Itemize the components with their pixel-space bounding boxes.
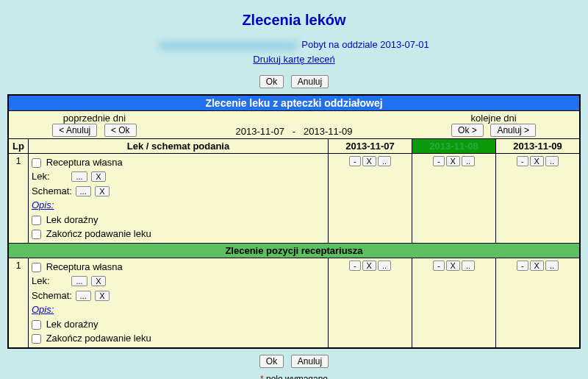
lp-cell: 1 [8,258,29,348]
own-recipe-checkbox[interactable] [32,158,41,168]
day-minus-button[interactable]: - [349,156,361,166]
page-title: Zlecenia leków [7,12,581,29]
required-asterisk: * [260,374,264,379]
day-dots-button[interactable]: .. [462,261,475,271]
table-row: 1 Receptura własna Lek: ... X Schemat: .… [8,258,580,348]
lek-pick-button[interactable]: ... [71,171,87,182]
stay-label: Pobyt na oddziale 2013-07-01 [301,39,429,50]
day-minus-button[interactable]: - [517,261,528,271]
col-lp: Lp [8,138,29,153]
day-x-button[interactable]: X [530,261,544,271]
day2-cell: -X.. [412,258,496,348]
col-day1: 2013-11-07 [329,138,412,153]
day-minus-button[interactable]: - [349,261,361,271]
prev-ok-button[interactable]: < Ok [104,124,137,137]
day-dots-button[interactable]: .. [378,156,391,166]
orders-table: Zlecenie leku z apteczki oddziałowej pop… [7,94,581,349]
day-x-button[interactable]: X [530,156,544,166]
own-recipe-checkbox[interactable] [32,263,41,272]
schemat-pick-button[interactable]: ... [76,291,91,301]
finish-checkbox[interactable] [32,230,41,239]
lek-pick-button[interactable]: ... [71,276,87,286]
day1-cell: -X.. [329,153,412,243]
section-pharmacy-header: Zlecenie leku z apteczki oddziałowej [8,95,580,111]
schemat-clear-button[interactable]: X [95,291,109,301]
required-note: * pole wymagane [7,374,581,379]
own-recipe-label: Receptura własna [46,157,123,168]
schemat-clear-button[interactable]: X [95,186,109,196]
prev-cancel-button[interactable]: < Anuluj [52,124,97,137]
patient-name-blurred [159,40,298,51]
cancel-button-bottom[interactable]: Anuluj [291,355,329,368]
day-minus-button[interactable]: - [433,156,445,166]
schemat-label: Schemat: [32,185,72,196]
day3-cell: -X.. [496,153,581,243]
col-day2-active: 2013-11-08 [412,138,496,153]
opis-link[interactable]: Opis: [32,199,54,210]
lek-label: Lek: [32,275,50,286]
next-ok-button[interactable]: Ok > [451,124,484,137]
schemat-label: Schemat: [32,290,72,301]
day-x-button[interactable]: X [446,156,460,166]
day-minus-button[interactable]: - [517,156,528,166]
day1-cell: -X.. [329,258,412,348]
emergency-checkbox[interactable] [32,320,41,330]
emergency-label: Lek doraźny [46,319,98,330]
day2-cell: -X.. [412,153,496,243]
finish-checkbox[interactable] [32,334,41,344]
day3-cell: -X.. [496,258,581,348]
lek-label: Lek: [32,171,50,182]
day-x-button[interactable]: X [362,156,376,166]
finish-label: Zakończ podawanie leku [46,333,151,344]
col-med: Lek / schemat podania [29,138,329,153]
own-recipe-label: Receptura własna [46,261,123,272]
prev-days-label: poprzednie dni [9,113,180,124]
day-dots-button[interactable]: .. [462,156,475,166]
next-days-label: kolejne dni [408,113,579,124]
emergency-label: Lek doraźny [46,214,98,225]
finish-label: Zakończ podawanie leku [46,228,151,239]
med-cell: Receptura własna Lek: ... X Schemat: ...… [29,153,329,243]
day-dots-button[interactable]: .. [378,261,391,271]
print-card-link[interactable]: Drukuj kartę zleceń [253,54,334,65]
next-cancel-button[interactable]: Anuluj > [490,124,536,137]
emergency-checkbox[interactable] [32,216,41,225]
day-minus-button[interactable]: - [433,261,445,271]
lek-clear-button[interactable]: X [91,276,105,286]
cancel-button-top[interactable]: Anuluj [291,75,329,88]
day-x-button[interactable]: X [446,261,460,271]
patient-stay-line: Pobyt na oddziale 2013-07-01 [7,39,581,51]
table-row: 1 Receptura własna Lek: ... X Schemat: .… [8,153,580,243]
col-day3: 2013-11-09 [496,138,581,153]
ok-button-bottom[interactable]: Ok [259,355,284,368]
opis-link[interactable]: Opis: [32,304,54,315]
section-formulary-header: Zlecenie pozycji receptariusza [8,243,580,258]
med-cell: Receptura własna Lek: ... X Schemat: ...… [29,258,329,348]
required-label: pole wymagane [266,374,328,379]
day-dots-button[interactable]: .. [545,156,559,166]
day-dots-button[interactable]: .. [545,261,559,271]
schemat-pick-button[interactable]: ... [76,186,91,196]
date-range: 2013-11-07 - 2013-11-09 [235,126,352,137]
ok-button-top[interactable]: Ok [259,75,284,88]
lp-cell: 1 [8,153,29,243]
day-x-button[interactable]: X [362,261,376,271]
lek-clear-button[interactable]: X [91,171,105,182]
